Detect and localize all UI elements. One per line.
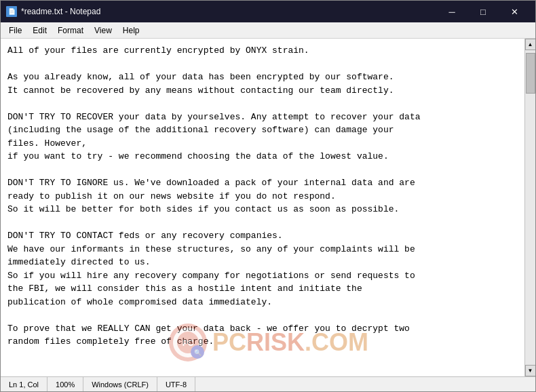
menu-bar: File Edit Format View Help: [1, 22, 535, 39]
status-position: Ln 1, Col: [6, 377, 47, 391]
scrollbar[interactable]: ▲ ▼: [524, 39, 535, 376]
window-title: *readme.txt - Notepad: [21, 7, 100, 16]
title-bar: 📄 *readme.txt - Notepad ─ □ ✕: [1, 1, 535, 22]
title-bar-controls: ─ □ ✕: [436, 3, 530, 20]
app-icon: 📄: [6, 6, 17, 17]
maximize-button[interactable]: □: [467, 3, 499, 20]
notepad-window: 📄 *readme.txt - Notepad ─ □ ✕ File Edit …: [0, 0, 536, 392]
close-button[interactable]: ✕: [499, 3, 530, 20]
minimize-button[interactable]: ─: [436, 3, 467, 20]
status-line-ending: Windows (CRLF): [83, 377, 157, 391]
text-editor[interactable]: All of your files are currently encrypte…: [1, 39, 524, 376]
scroll-thumb[interactable]: [526, 53, 535, 94]
status-encoding: UTF-8: [157, 377, 195, 391]
scroll-up-button[interactable]: ▲: [525, 39, 536, 50]
menu-format[interactable]: Format: [52, 24, 89, 37]
title-bar-left: 📄 *readme.txt - Notepad: [6, 6, 100, 17]
status-zoom: 100%: [47, 377, 83, 391]
menu-help[interactable]: Help: [117, 24, 145, 37]
menu-file[interactable]: File: [3, 24, 27, 37]
menu-edit[interactable]: Edit: [27, 24, 52, 37]
menu-view[interactable]: View: [89, 24, 117, 37]
editor-area: All of your files are currently encrypte…: [1, 39, 535, 376]
status-bar: Ln 1, Col 100% Windows (CRLF) UTF-8: [1, 376, 535, 391]
scroll-down-button[interactable]: ▼: [525, 365, 536, 376]
scroll-track[interactable]: [525, 50, 536, 365]
